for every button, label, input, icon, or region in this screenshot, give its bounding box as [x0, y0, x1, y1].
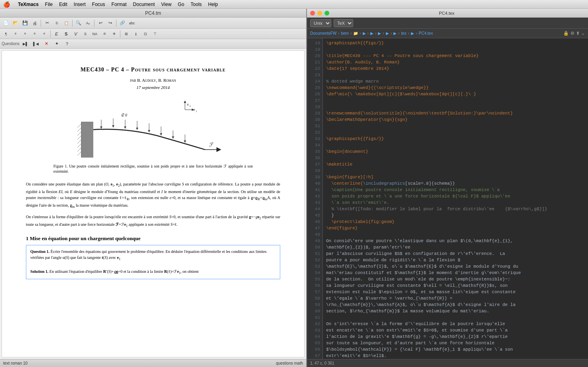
- chevron-down-icon[interactable]: ⌄: [581, 31, 585, 36]
- paste-btn[interactable]: 📋: [62, 19, 71, 28]
- col-btn[interactable]: ⫿: [132, 30, 140, 38]
- menu-tools[interactable]: Tools: [191, 2, 202, 7]
- line-number: 35: [307, 148, 323, 155]
- breadcrumb-icons: 🔒 ⚙ ⬆ ⌄: [563, 31, 585, 36]
- expand-icon[interactable]: ⬆: [576, 31, 580, 36]
- code-line: sa longueur curviligne est constante $\e…: [326, 282, 585, 289]
- q-star-btn[interactable]: ✦: [52, 39, 61, 48]
- breadcrumb-documentsFW[interactable]: DocumentsFW: [310, 31, 336, 36]
- para-btn[interactable]: ¶: [2, 30, 10, 38]
- new-btn[interactable]: 📄: [2, 19, 10, 28]
- script-btn[interactable]: S: [81, 30, 90, 38]
- svg-line-8: [77, 148, 81, 152]
- bold-btn[interactable]: S: [62, 30, 71, 38]
- save-btn[interactable]: 💾: [21, 19, 29, 28]
- menu-go[interactable]: Go: [178, 2, 184, 7]
- align-justify-btn[interactable]: ≡: [40, 30, 49, 38]
- table-btn[interactable]: ⊞: [122, 30, 131, 38]
- menu-texmacs[interactable]: TeXmacs: [18, 2, 39, 7]
- line-number: 19: [307, 46, 323, 53]
- lock-icon[interactable]: 🔒: [563, 31, 569, 36]
- window-minimize-btn[interactable]: [317, 11, 322, 16]
- svg-line-6: [77, 140, 81, 144]
- code-line: [326, 142, 585, 148]
- breadcrumb-tex[interactable]: tex: [401, 31, 406, 36]
- line-number: 41: [307, 187, 323, 193]
- line-number: 39: [307, 174, 323, 180]
- code-area[interactable]: \graphicspath{{figs/}} \title{MEC430 ---…: [323, 38, 588, 359]
- apple-logo-icon: 🍎: [3, 1, 10, 8]
- italic-btn[interactable]: V: [71, 30, 80, 38]
- align-center-btn[interactable]: ≡: [21, 30, 29, 38]
- svg-rect-0: [81, 122, 93, 158]
- code-line: [326, 314, 585, 321]
- menu-file[interactable]: File: [45, 2, 53, 7]
- menu-edit[interactable]: Edit: [59, 2, 67, 7]
- breadcrumb-sep2: ›: [350, 31, 352, 36]
- menu-focus[interactable]: Focus: [92, 2, 105, 7]
- menu-help[interactable]: Help: [208, 2, 218, 7]
- frame-btn[interactable]: ⊡: [141, 30, 150, 38]
- code-line: [326, 104, 585, 110]
- menu-view[interactable]: View: [161, 2, 171, 7]
- window-maximize-btn[interactable]: [324, 11, 329, 16]
- breadcrumb-folder3[interactable]: 📁: [353, 31, 358, 36]
- sub-btn[interactable]: ⊘: [100, 30, 109, 38]
- find-btn[interactable]: 🔍: [74, 19, 83, 28]
- replace-btn[interactable]: Aₐ: [84, 19, 92, 28]
- code-line: de la section. On utilise un mod\`ele de…: [326, 276, 585, 282]
- breadcrumb-sep7: ›: [391, 31, 392, 36]
- undo-btn[interactable]: ↩: [96, 19, 105, 28]
- breadcrumb-pc4tex[interactable]: PC4.tex: [419, 31, 433, 36]
- spell-btn[interactable]: abc: [128, 19, 136, 28]
- breadcrumb-sep9: ›: [408, 31, 409, 36]
- redo-btn[interactable]: ↪: [106, 19, 114, 28]
- code-line: On consid\'ere une poutre \'elastique da…: [326, 238, 585, 244]
- code-line: \mathbf{e}_{2})$, param\'etr\'ee: [326, 244, 585, 251]
- tex-select[interactable]: TeX: [334, 19, 353, 27]
- q-help-btn[interactable]: ?: [63, 39, 71, 48]
- q-close-btn[interactable]: ✕: [42, 39, 51, 48]
- align-right-btn[interactable]: ≡: [30, 30, 39, 38]
- menu-format[interactable]: Format: [112, 2, 127, 7]
- toolbar3-label: Questions: [2, 41, 20, 46]
- copy-btn[interactable]: ⎘: [52, 19, 61, 28]
- breadcrumb-arrow3[interactable]: ▶: [378, 31, 381, 36]
- window-close-btn[interactable]: [310, 11, 315, 16]
- tree-btn[interactable]: ⊤: [151, 30, 159, 38]
- code-line: mat\'eriau constitutif et $\mathsf{I}$ l…: [326, 270, 585, 276]
- q-nav-btn[interactable]: ▶▌: [21, 39, 30, 48]
- breadcrumb-sep10: ›: [416, 31, 417, 36]
- svg-text:e: e: [193, 107, 195, 112]
- statusbar-left: text roman 10: [3, 361, 28, 365]
- menu-insert[interactable]: Insert: [74, 2, 86, 7]
- code-line: \`a son extr\'emit\'e.: [326, 199, 585, 206]
- math-btn[interactable]: E: [52, 30, 61, 38]
- breadcrumb-bem[interactable]: bem: [341, 31, 348, 36]
- code-line: l'action de la gravit\'e $\mathbf{g} = -…: [326, 333, 585, 340]
- menu-document[interactable]: Document: [133, 2, 155, 7]
- normal-btn[interactable]: NA: [90, 30, 99, 38]
- q-nav-back-btn[interactable]: ▌◀: [31, 39, 40, 48]
- cut-btn[interactable]: ✂: [43, 19, 51, 28]
- sep1: [41, 20, 41, 27]
- breadcrumb-arrow4[interactable]: ▶: [386, 31, 389, 36]
- question1-text: Écrire l'ensemble des équations qui gouv…: [30, 249, 267, 260]
- settings-icon[interactable]: ⚙: [570, 31, 574, 36]
- open-btn[interactable]: 📂: [11, 19, 20, 28]
- breadcrumb-arrow6[interactable]: ▶: [411, 31, 414, 36]
- unix-select[interactable]: Unix: [310, 19, 331, 27]
- breadcrumb-arrow5[interactable]: ▶: [393, 31, 397, 36]
- code-line: section, $\rho_{\mathsf{m}}$ la masse vo…: [326, 308, 585, 314]
- main-container: PC4.tm 📄 📂 💾 🖨 ✂ ⎘ 📋 🔍 Aₐ ↩ ↪ 🔗 abc ¶ ≡: [0, 9, 588, 367]
- breadcrumb-arrow2[interactable]: ▶: [370, 31, 374, 36]
- print-btn[interactable]: 🖨: [30, 19, 39, 28]
- sup-btn[interactable]: ⊕: [110, 30, 118, 38]
- breadcrumb-arrow1[interactable]: ▶: [363, 31, 366, 36]
- line-number: 66: [307, 346, 323, 353]
- code-line: \begin{figure}[!h]: [326, 174, 585, 180]
- line-number: 36: [307, 155, 323, 161]
- link-btn[interactable]: 🔗: [118, 19, 127, 28]
- line-number: 60: [307, 308, 323, 314]
- align-left-btn[interactable]: ≡: [11, 30, 20, 38]
